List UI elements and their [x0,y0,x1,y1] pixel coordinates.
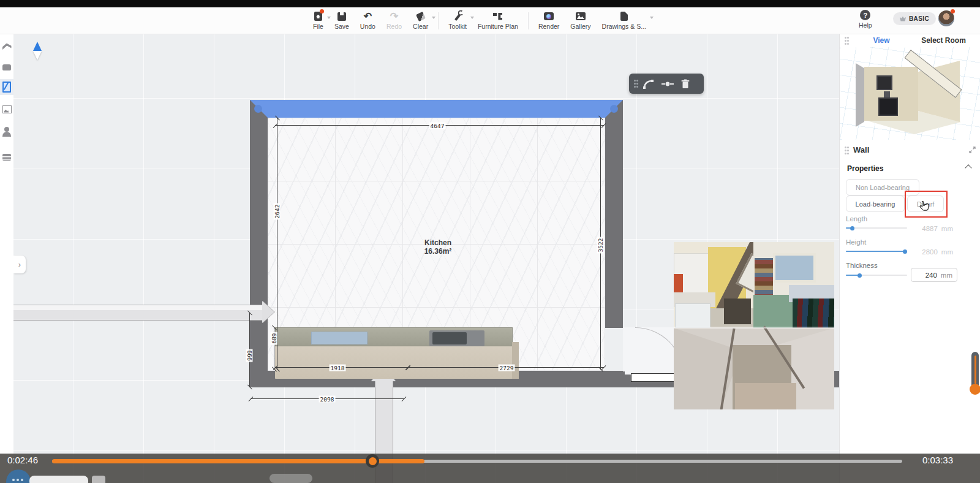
height-slider-knob [903,249,907,254]
drag-handle-icon[interactable] [634,80,636,82]
right-panel: View Select Room Wall Properties Non Loa… [839,34,980,483]
help-icon [860,10,870,20]
kitchen-wall-top-selected[interactable] [250,100,623,118]
redo-button: ↷ Redo [381,11,407,30]
render-icon [544,11,554,21]
card-drag-handle-icon[interactable] [845,146,846,148]
drawings-caret-icon[interactable] [650,17,654,19]
dimension-label-outer-left: 999 [246,349,253,362]
window-top-strip [0,0,980,7]
wall-pointer-horizontal[interactable] [0,305,262,321]
length-slider-knob [850,226,854,230]
total-time: 0:03:33 [922,455,953,465]
file-label: File [313,23,323,30]
curve-wall-icon[interactable] [643,79,654,89]
properties-header[interactable]: Properties [847,162,973,173]
expand-card-icon[interactable] [969,146,976,153]
dimension-label-bottom-right: 2729 [499,365,515,371]
video-player-bar[interactable]: 0:02:46 0:03:33 [0,454,980,483]
sink[interactable] [429,330,484,346]
clear-button[interactable]: Clear [407,11,434,30]
wall-node-left[interactable] [254,105,262,113]
room-area: 16.36m² [395,247,481,256]
room-name: Kitchen [395,238,481,247]
tab-select-room[interactable]: Select Room [908,34,979,47]
bottom-pill-2 [270,474,312,483]
rail-item-storage[interactable] [0,149,13,165]
notification-dot [951,9,955,13]
current-time: 0:02:46 [7,455,38,465]
save-button[interactable]: Save [329,11,355,30]
cabinet-icon [2,154,11,161]
door-icon [2,82,11,93]
crown-icon [900,17,906,21]
counter-end-panel [512,342,519,379]
wall-card-header: Wall [840,143,980,159]
dimension-label-counter: 689 [271,332,277,344]
collapse-chevron-icon[interactable] [965,164,971,171]
furniture-plan-button[interactable]: Furniture Plan [472,11,524,30]
toolkit-icon [456,11,459,21]
undo-button[interactable]: ↶ Undo [355,11,381,30]
expand-panel-button[interactable] [13,256,26,273]
toolbar-divider [528,12,529,29]
undo-icon: ↶ [364,11,372,21]
bottom-pill [29,476,88,483]
room-label: Kitchen 16.36m² [395,238,481,256]
dimension-label-right: 3522 [597,237,604,254]
wall-pointer-horizontal-arrow [262,301,274,323]
clear-caret-icon[interactable] [432,17,435,19]
thickness-label: Thickness [846,262,878,269]
render-button[interactable]: Render [533,11,565,30]
cursor-hand-icon [919,200,929,213]
kitchen-counter[interactable] [275,342,519,379]
length-value: 4887 mm [911,221,957,235]
avatar[interactable] [938,10,954,26]
wall-node-right[interactable] [610,105,618,113]
rail-item-people[interactable] [0,123,13,139]
tab-view[interactable]: View [857,34,906,47]
thickness-slider[interactable] [846,275,907,276]
north-arrow [33,42,42,60]
rail-item-doors-windows[interactable] [0,79,13,95]
rail-item-furniture[interactable] [0,59,13,75]
height-slider [846,251,907,252]
thickness-input[interactable]: 240 mm [911,268,957,282]
dimension-label-outer-bottom: 2098 [319,396,336,403]
room-3d-preview[interactable] [840,47,980,140]
rail-item-rooms[interactable] [0,39,13,55]
progress-handle[interactable] [366,454,379,468]
kitchen-wall-left[interactable] [250,100,268,387]
cooktop[interactable] [311,332,368,344]
wall-type-load-bearing[interactable]: Load-bearing [846,196,905,212]
person-icon [4,127,9,132]
height-value: 2800 mm [911,245,957,259]
height-label: Height [846,238,866,246]
gallery-icon [576,11,586,21]
split-wall-icon[interactable] [662,81,674,87]
redo-icon: ↷ [390,11,398,21]
wall-context-toolbar [629,74,704,94]
gallery-button[interactable]: Gallery [565,11,596,30]
panel-drag-handle-icon[interactable] [845,37,846,39]
picture-icon [2,105,12,113]
delete-icon[interactable] [681,79,690,89]
furniture-plan-icon [493,11,502,21]
wall-card-title: Wall [853,145,869,154]
plan-badge[interactable]: BASIC [893,12,936,25]
save-icon [337,11,346,21]
help-button[interactable]: Help [859,10,872,29]
file-button[interactable]: File [307,11,329,30]
sofa-icon [2,64,11,70]
drawings-button[interactable]: Drawings & S... [597,11,652,30]
reference-photo-inset [674,242,834,409]
rail-item-decor[interactable] [0,101,13,117]
length-label: Length [846,215,867,222]
thickness-slider-knob[interactable] [858,273,862,278]
left-tool-rail [0,34,13,483]
kitchen-wall-right[interactable] [605,100,623,328]
clear-icon [417,11,424,21]
toolkit-button[interactable]: Toolkit [443,11,472,30]
bottom-chip [92,476,105,483]
dimension-label-top: 4647 [429,123,446,129]
